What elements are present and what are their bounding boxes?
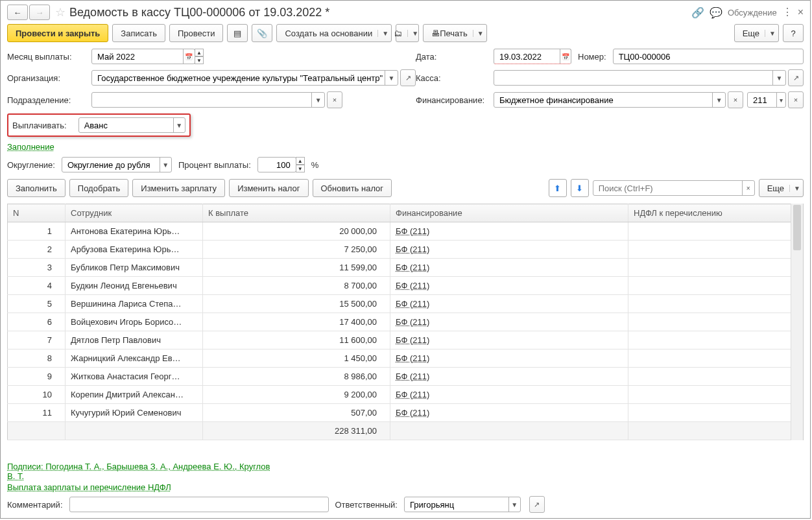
table-row[interactable]: 6Войцехович Игорь Борисо…17 400,00БФ (21… (8, 313, 804, 331)
calendar-icon[interactable]: 📅 (183, 49, 195, 64)
org-input[interactable]: ▼ (91, 70, 398, 86)
table-row[interactable]: 9Житкова Анастасия Георг…8 986,00БФ (211… (8, 368, 804, 386)
dept-input[interactable]: ▼ (91, 92, 325, 108)
favorite-star-icon[interactable]: ☆ (55, 5, 66, 19)
cash-open-button[interactable]: ↗ (788, 69, 804, 86)
table-row[interactable]: 1Антонова Екатерина Юрь…20 000,00БФ (211… (8, 222, 804, 241)
table-pick-button[interactable]: Подобрать (69, 179, 128, 197)
table-scrollbar[interactable] (791, 204, 804, 440)
col-ndfl[interactable]: НДФЛ к перечислению (628, 204, 804, 222)
action-dropdown-button[interactable]: 🗂▼ (396, 24, 419, 42)
table-row[interactable]: 7Дятлов Петр Павлович11 600,00БФ (211) (8, 331, 804, 349)
document-structure-button[interactable]: ▤ (227, 24, 248, 42)
percent-spinner[interactable]: ▲▼ (296, 157, 305, 172)
move-down-button[interactable]: ⬇ (571, 179, 589, 197)
change-salary-button[interactable]: Изменить зарплату (132, 179, 225, 197)
table-fill-button[interactable]: Заполнить (7, 179, 66, 197)
calendar-icon[interactable]: 📅 (560, 49, 571, 64)
cell-financing[interactable]: БФ (211) (390, 259, 628, 277)
print-button[interactable]: 🖶 Печать▼ (423, 24, 487, 42)
table-row[interactable]: 5Вершинина Лариса Степа…15 500,00БФ (211… (8, 295, 804, 313)
update-tax-button[interactable]: Обновить налог (313, 179, 392, 197)
month-input[interactable]: 📅 (91, 49, 195, 64)
table-row[interactable]: 11Кучугурий Юрий Семенович507,00БФ (211) (8, 404, 804, 422)
number-value[interactable] (617, 51, 799, 62)
payroll-ndfl-link[interactable]: Выплата зарплаты и перечисление НДФЛ (7, 482, 171, 492)
pay-type-input[interactable]: ▼ (78, 117, 185, 133)
post-and-close-button[interactable]: Провести и закрыть (7, 24, 108, 42)
fin-value[interactable] (498, 95, 712, 106)
number-input[interactable] (613, 49, 804, 64)
cell-financing[interactable]: БФ (211) (390, 386, 628, 404)
more-menu-icon[interactable]: ⋮ (782, 8, 793, 17)
responsible-open-button[interactable]: ↗ (529, 496, 545, 513)
col-n[interactable]: N (8, 204, 66, 222)
employee-table[interactable]: N Сотрудник К выплате Финансирование НДФ… (7, 204, 804, 440)
link-icon[interactable]: 🔗 (691, 6, 704, 19)
date-input[interactable]: 📅 (494, 49, 571, 64)
chevron-down-icon[interactable]: ▼ (712, 93, 725, 107)
cell-financing[interactable]: БФ (211) (390, 277, 628, 295)
fin-code-clear-button[interactable]: × (788, 91, 804, 108)
cell-financing[interactable]: БФ (211) (390, 241, 628, 259)
month-value[interactable] (96, 51, 183, 62)
fin-input[interactable]: ▼ (494, 92, 726, 108)
cell-financing[interactable]: БФ (211) (390, 222, 628, 241)
help-button[interactable]: ? (783, 24, 804, 42)
dept-value[interactable] (96, 95, 311, 106)
col-to-pay[interactable]: К выплате (203, 204, 390, 222)
pay-type-value[interactable] (83, 120, 173, 131)
create-based-on-button[interactable]: Создать на основании▼ (276, 24, 392, 42)
change-tax-button[interactable]: Изменить налог (229, 179, 308, 197)
close-icon[interactable]: × (798, 6, 804, 18)
cell-financing[interactable]: БФ (211) (390, 313, 628, 331)
search-clear-icon[interactable]: × (742, 181, 754, 195)
comment-field[interactable] (74, 499, 324, 510)
more-button[interactable]: Еще▼ (734, 24, 779, 42)
dept-clear-button[interactable]: × (327, 91, 342, 108)
org-open-button[interactable]: ↗ (400, 69, 416, 86)
fin-code-input[interactable]: ▾ (747, 92, 786, 108)
table-row[interactable]: 8Жарницкий Александр Ев…1 450,00БФ (211) (8, 349, 804, 368)
cash-input[interactable]: ▼ (494, 70, 786, 86)
post-button[interactable]: Провести (169, 24, 224, 42)
org-value[interactable] (96, 73, 385, 84)
fin-code-value[interactable] (752, 95, 776, 106)
chevron-down-icon[interactable]: ▼ (508, 497, 520, 512)
fill-section-link[interactable]: Заполнение (7, 142, 54, 152)
comment-input[interactable] (69, 497, 329, 512)
responsible-value[interactable] (409, 499, 508, 510)
cell-financing[interactable]: БФ (211) (390, 404, 628, 422)
signatures-link[interactable]: Подписи: Погодина Т. А., Барышева З. А.,… (7, 462, 280, 481)
save-button[interactable]: Записать (112, 24, 165, 42)
month-spinner[interactable]: ▲▼ (195, 49, 204, 64)
fin-clear-button[interactable]: × (728, 91, 743, 108)
nav-forward-button[interactable]: → (29, 5, 50, 20)
nav-back-button[interactable]: ← (7, 5, 28, 20)
move-up-button[interactable]: ⬆ (549, 179, 567, 197)
cell-financing[interactable]: БФ (211) (390, 331, 628, 349)
chevron-down-icon[interactable]: ▾ (776, 93, 785, 107)
chevron-down-icon[interactable]: ▼ (772, 71, 785, 85)
percent-value[interactable] (262, 160, 292, 171)
cash-value[interactable] (498, 73, 772, 84)
table-row[interactable]: 2Арбузова Екатерина Юрь…7 250,00БФ (211) (8, 241, 804, 259)
rounding-input[interactable]: ▼ (62, 157, 172, 172)
table-row[interactable]: 4Будкин Леонид Евгеньевич8 700,00БФ (211… (8, 277, 804, 295)
table-more-button[interactable]: Еще▼ (759, 179, 804, 197)
rounding-value[interactable] (66, 160, 160, 171)
discussion-icon[interactable]: 💬 (710, 6, 722, 19)
cell-financing[interactable]: БФ (211) (390, 349, 628, 368)
discussion-label[interactable]: Обсуждение (728, 8, 777, 18)
responsible-input[interactable]: ▼ (404, 497, 521, 512)
chevron-down-icon[interactable]: ▼ (311, 93, 324, 107)
table-search-field[interactable] (597, 183, 742, 194)
attachment-button[interactable]: 📎 (252, 24, 272, 42)
table-row[interactable]: 3Бубликов Петр Максимович11 599,00БФ (21… (8, 259, 804, 277)
col-financing[interactable]: Финансирование (390, 204, 628, 222)
percent-input[interactable] (257, 157, 296, 172)
date-value[interactable] (498, 51, 560, 62)
chevron-down-icon[interactable]: ▼ (385, 71, 398, 85)
cell-financing[interactable]: БФ (211) (390, 368, 628, 386)
col-employee[interactable]: Сотрудник (66, 204, 203, 222)
